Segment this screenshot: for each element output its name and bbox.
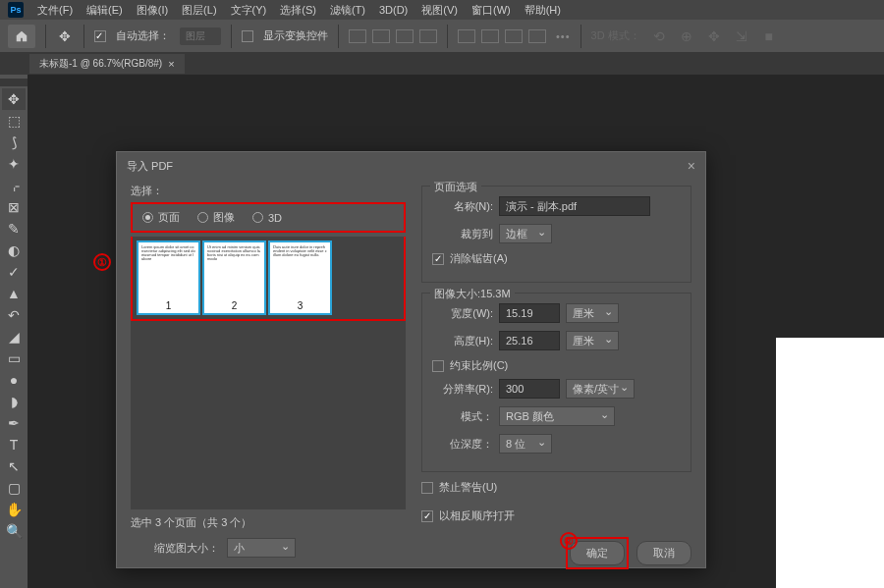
height-unit-select[interactable]: 厘米 xyxy=(566,331,619,350)
crop-select[interactable]: 边框 xyxy=(499,224,552,243)
dodge-tool[interactable]: ◗ xyxy=(2,391,26,412)
heal-tool[interactable]: ◐ xyxy=(2,240,26,261)
canvas[interactable] xyxy=(776,338,884,588)
align-icon[interactable] xyxy=(372,29,390,43)
align-group-2 xyxy=(458,29,546,43)
shape-tool[interactable]: ▢ xyxy=(2,477,26,499)
slide-3d-icon: ⇲ xyxy=(733,27,750,45)
dialog-title-text: 导入 PDF xyxy=(127,159,173,174)
align-group-1 xyxy=(349,29,437,43)
menu-window[interactable]: 窗口(W) xyxy=(471,3,511,18)
menu-view[interactable]: 视图(V) xyxy=(421,3,458,18)
dialog-close-button[interactable]: × xyxy=(688,158,695,174)
constrain-checkbox[interactable] xyxy=(432,360,444,372)
orbit-3d-icon: ⟲ xyxy=(650,27,668,45)
brush-tool[interactable]: ✓ xyxy=(2,261,26,283)
page-thumb-3[interactable]: Duis aute irure dolor in reprehenderit i… xyxy=(268,241,332,315)
antialias-label: 消除锯齿(A) xyxy=(450,251,508,266)
resolution-label: 分辨率(R): xyxy=(432,382,493,397)
crop-tool[interactable]: ⌌ xyxy=(2,175,26,196)
width-unit-select[interactable]: 厘米 xyxy=(566,303,619,323)
align-icon[interactable] xyxy=(349,29,366,43)
options-bar: ✥ 自动选择： 图层 显示变换控件 ••• 3D 模式： ⟲ ⊕ ✥ ⇲ ■ xyxy=(0,20,884,53)
page-thumb-1[interactable]: Lorem ipsum dolor sit amet consectetur a… xyxy=(137,241,200,315)
move-tool[interactable]: ✥ xyxy=(2,88,26,110)
menu-help[interactable]: 帮助(H) xyxy=(525,3,561,18)
menu-3d[interactable]: 3D(D) xyxy=(379,4,408,16)
document-tab[interactable]: 未标题-1 @ 66.7%(RGB/8#) × xyxy=(29,54,185,74)
align-icon[interactable] xyxy=(396,29,414,43)
eyedropper-tool[interactable]: ✎ xyxy=(2,218,26,240)
lasso-tool[interactable]: ⟆ xyxy=(2,132,26,153)
stamp-tool[interactable]: ▲ xyxy=(2,283,26,304)
gradient-tool[interactable]: ▭ xyxy=(2,347,26,369)
resolution-input[interactable] xyxy=(499,379,560,399)
menu-type[interactable]: 文字(Y) xyxy=(231,3,267,18)
depth-select[interactable]: 8 位 xyxy=(499,434,552,454)
menu-edit[interactable]: 编辑(E) xyxy=(86,3,123,18)
image-size-fieldset: 图像大小:15.3M 宽度(W): 厘米 高度(H): 厘米 约束比例(C) 分… xyxy=(421,293,691,472)
menu-filter[interactable]: 滤镜(T) xyxy=(330,3,365,18)
thumbnail-area: Lorem ipsum dolor sit amet consectetur a… xyxy=(131,237,406,321)
move-tool-icon[interactable]: ✥ xyxy=(56,27,74,45)
align-icon[interactable] xyxy=(505,29,523,43)
type-tool[interactable]: T xyxy=(2,434,26,455)
more-icon[interactable]: ••• xyxy=(556,30,571,42)
suppress-warnings-checkbox[interactable] xyxy=(421,482,433,494)
show-transform-label: 显示变换控件 xyxy=(263,28,328,43)
height-input[interactable] xyxy=(499,331,560,350)
menu-image[interactable]: 图像(I) xyxy=(137,3,168,18)
radio-page[interactable]: 页面 xyxy=(142,210,180,225)
tool-panel: ✥ ⬚ ⟆ ✦ ⌌ ⊠ ✎ ◐ ✓ ▲ ↶ ◢ ▭ ● ◗ ✒ T ↖ ▢ ✋ … xyxy=(0,75,28,588)
home-button[interactable] xyxy=(8,25,35,48)
layer-select-dropdown[interactable]: 图层 xyxy=(180,27,221,45)
auto-select-checkbox[interactable] xyxy=(94,30,106,42)
name-input[interactable] xyxy=(499,196,650,216)
page-thumb-2[interactable]: Ut enim ad minim veniam quis nostrud exe… xyxy=(202,241,266,315)
thumbsize-label: 缩览图大小： xyxy=(154,541,219,556)
ok-button[interactable]: 确定 xyxy=(570,541,625,565)
marquee-tool[interactable]: ⬚ xyxy=(2,110,26,132)
pen-tool[interactable]: ✒ xyxy=(2,412,26,434)
menu-select[interactable]: 选择(S) xyxy=(280,3,316,18)
mode-label: 模式： xyxy=(432,409,493,424)
antialias-checkbox[interactable] xyxy=(432,253,444,265)
import-type-radios: 页面 图像 3D xyxy=(131,202,406,233)
height-label: 高度(H): xyxy=(432,334,493,348)
tab-close-icon[interactable]: × xyxy=(168,58,174,70)
thumbsize-select[interactable]: 小 xyxy=(227,538,296,558)
menu-layer[interactable]: 图层(L) xyxy=(182,3,216,18)
thumbnail-fill xyxy=(131,321,406,509)
depth-label: 位深度： xyxy=(432,437,493,452)
tab-title: 未标题-1 @ 66.7%(RGB/8#) xyxy=(39,57,162,71)
select-label: 选择： xyxy=(131,184,406,198)
wand-tool[interactable]: ✦ xyxy=(2,153,26,175)
page-options-fieldset: 页面选项 名称(N): 裁剪到 边框 消除锯齿(A) xyxy=(421,186,691,283)
import-pdf-dialog: 导入 PDF × 选择： 页面 图像 3D Lorem ipsum dolor … xyxy=(116,151,706,568)
zoom-tool[interactable]: 🔍 xyxy=(2,520,26,542)
ps-logo: Ps xyxy=(8,2,24,18)
align-icon[interactable] xyxy=(528,29,546,43)
blur-tool[interactable]: ● xyxy=(2,369,26,391)
hand-tool[interactable]: ✋ xyxy=(2,499,26,520)
align-icon[interactable] xyxy=(419,29,437,43)
width-input[interactable] xyxy=(499,303,560,323)
mode-select[interactable]: RGB 颜色 xyxy=(499,406,615,426)
eraser-tool[interactable]: ◢ xyxy=(2,326,26,347)
show-transform-checkbox[interactable] xyxy=(242,30,253,42)
resolution-unit-select[interactable]: 像素/英寸 xyxy=(566,379,635,399)
dialog-titlebar[interactable]: 导入 PDF × xyxy=(117,152,705,180)
align-icon[interactable] xyxy=(458,29,475,43)
history-brush-tool[interactable]: ↶ xyxy=(2,304,26,326)
page-options-legend: 页面选项 xyxy=(430,180,481,194)
constrain-label: 约束比例(C) xyxy=(450,358,508,373)
cancel-button[interactable]: 取消 xyxy=(636,541,691,565)
radio-image[interactable]: 图像 xyxy=(197,210,235,225)
reverse-order-checkbox[interactable] xyxy=(421,510,433,522)
path-tool[interactable]: ↖ xyxy=(2,455,26,477)
selection-status: 选中 3 个页面（共 3 个） xyxy=(131,515,406,530)
frame-tool[interactable]: ⊠ xyxy=(2,196,26,218)
radio-3d[interactable]: 3D xyxy=(252,210,282,225)
menu-file[interactable]: 文件(F) xyxy=(37,3,73,18)
align-icon[interactable] xyxy=(481,29,499,43)
